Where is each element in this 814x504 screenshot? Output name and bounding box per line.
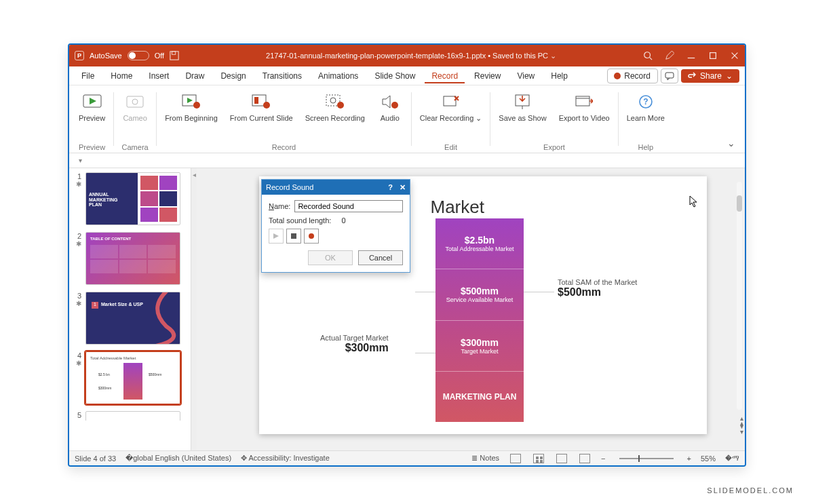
slide-canvas-area[interactable]: Total Addressable Market $2.5bnTotal Add… xyxy=(197,168,745,450)
svg-line-3 xyxy=(650,58,653,60)
menu-review[interactable]: Review xyxy=(467,69,507,83)
ribbon-group-preview: Preview Preview xyxy=(72,85,112,153)
fit-to-window-icon[interactable]: �ማ xyxy=(725,454,739,463)
close-icon[interactable] xyxy=(730,51,739,60)
share-button[interactable]: Share⌄ xyxy=(681,69,739,83)
ribbon-collapse-icon[interactable]: ⌄ xyxy=(720,134,742,153)
svg-marker-33 xyxy=(273,233,279,239)
dialog-close-icon[interactable]: ✕ xyxy=(400,183,406,192)
thumb-4[interactable]: Total Addressable Market $2.5 bn $500mm … xyxy=(85,351,180,404)
menu-bar: File Home Insert Draw Design Transitions… xyxy=(69,66,745,85)
ribbon-group-record: From Beginning From Current Slide Screen… xyxy=(158,85,410,153)
menu-draw[interactable]: Draw xyxy=(178,69,211,83)
app-icon: P xyxy=(75,51,84,60)
ok-button[interactable]: OK xyxy=(308,250,353,265)
watermark: SLIDEMODEL.COM xyxy=(707,486,794,495)
menu-file[interactable]: File xyxy=(75,69,101,83)
save-icon[interactable] xyxy=(170,51,179,60)
svg-rect-1 xyxy=(172,52,176,54)
slide-counter[interactable]: Slide 4 of 33 xyxy=(75,454,116,463)
autosave-toggle[interactable] xyxy=(128,51,149,60)
record-start-button[interactable] xyxy=(304,229,319,244)
length-value: 0 xyxy=(341,216,345,225)
pen-icon[interactable] xyxy=(665,51,674,60)
ribbon-from-beginning[interactable]: From Beginning xyxy=(159,88,223,141)
ribbon-clear-recording[interactable]: Clear Recording ⌄ xyxy=(414,88,488,141)
thumb-row-2[interactable]: 2✱ TABLE OF CONTENT xyxy=(72,232,188,285)
autosave-label: AutoSave xyxy=(90,52,122,60)
play-button[interactable] xyxy=(269,229,284,244)
dialog-titlebar[interactable]: Record Sound ? ✕ xyxy=(262,180,410,195)
menu-slideshow[interactable]: Slide Show xyxy=(368,69,422,83)
name-label: Name: xyxy=(269,202,290,210)
powerpoint-window: P AutoSave Off 21747-01-annual-marketing… xyxy=(68,43,746,467)
stop-button[interactable] xyxy=(286,229,301,244)
thumb-5[interactable] xyxy=(85,411,180,421)
length-label: Total sound length: xyxy=(269,216,331,225)
ribbon-cameo[interactable]: Cameo xyxy=(117,88,153,141)
quick-access-row: ▾ xyxy=(69,153,745,168)
ribbon-save-as-show[interactable]: Save as Show xyxy=(493,88,551,141)
ribbon-audio[interactable]: Audio xyxy=(372,88,408,141)
svg-marker-22 xyxy=(383,96,390,108)
status-bar: Slide 4 of 33 �global English (United St… xyxy=(69,450,745,465)
ribbon-from-current[interactable]: From Current Slide xyxy=(225,88,298,141)
maximize-icon[interactable] xyxy=(708,51,718,60)
cancel-button[interactable]: Cancel xyxy=(358,250,403,265)
dialog-title-text: Record Sound xyxy=(266,183,313,191)
menu-help[interactable]: Help xyxy=(544,69,575,83)
svg-rect-24 xyxy=(444,96,456,106)
thumb-row-1[interactable]: 1✱ ANNUAL MARKETING PLAN xyxy=(72,172,188,225)
view-normal-icon[interactable] xyxy=(510,454,521,463)
svg-rect-5 xyxy=(710,53,716,59)
svg-point-21 xyxy=(337,102,344,109)
sound-name-input[interactable] xyxy=(294,200,403,212)
vertical-scrollbar-thumb[interactable] xyxy=(737,195,742,212)
ribbon-group-camera: Cameo Camera xyxy=(115,85,155,153)
panel-splitter[interactable]: ◂ xyxy=(191,168,197,450)
menu-view[interactable]: View xyxy=(510,69,541,83)
accessibility-indicator[interactable]: ✥ Accessibility: Investigate xyxy=(241,454,330,463)
slide-thumbnails-panel[interactable]: 1✱ ANNUAL MARKETING PLAN 2✱ TABLE OF CON… xyxy=(69,168,191,450)
record-sound-dialog: Record Sound ? ✕ Name: Total sound lengt… xyxy=(261,179,410,273)
ribbon: Preview Preview Cameo Camera From Beginn… xyxy=(69,85,745,153)
zoom-out-icon[interactable]: − xyxy=(601,454,605,463)
minimize-icon[interactable] xyxy=(686,51,696,60)
menu-transitions[interactable]: Transitions xyxy=(256,69,309,83)
menu-animations[interactable]: Animations xyxy=(311,69,365,83)
svg-marker-14 xyxy=(187,98,193,103)
view-sorter-icon[interactable] xyxy=(533,454,544,463)
thumb-2[interactable]: TABLE OF CONTENT xyxy=(85,232,180,285)
svg-text:?: ? xyxy=(643,97,648,106)
ribbon-export-video[interactable]: Export to Video xyxy=(554,88,615,141)
thumb-1[interactable]: ANNUAL MARKETING PLAN xyxy=(85,172,180,225)
svg-marker-10 xyxy=(90,98,96,104)
zoom-in-icon[interactable]: + xyxy=(687,454,691,463)
comments-button[interactable] xyxy=(661,69,678,83)
thumb-row-5[interactable]: 5 xyxy=(72,411,188,421)
ribbon-preview[interactable]: Preview xyxy=(73,88,111,141)
ribbon-group-help: ? Learn More Help xyxy=(620,85,672,153)
view-slideshow-icon[interactable] xyxy=(579,454,590,463)
menu-home[interactable]: Home xyxy=(104,69,139,83)
dialog-help-icon[interactable]: ? xyxy=(388,183,393,192)
notes-toggle[interactable]: ≣ Notes xyxy=(471,454,499,463)
zoom-slider[interactable] xyxy=(619,458,674,459)
search-icon[interactable] xyxy=(643,51,653,60)
slide-nav-arrows[interactable]: ▴⧫▾ xyxy=(740,415,743,435)
menu-design[interactable]: Design xyxy=(214,69,252,83)
thumb-row-4[interactable]: 4✱ Total Addressable Market $2.5 bn $500… xyxy=(72,351,188,404)
ribbon-screen-recording[interactable]: Screen Recording xyxy=(300,88,370,141)
workspace: 1✱ ANNUAL MARKETING PLAN 2✱ TABLE OF CON… xyxy=(69,168,745,450)
svg-point-20 xyxy=(330,98,336,103)
ribbon-learn-more[interactable]: ? Learn More xyxy=(621,88,670,141)
thumb-row-3[interactable]: 3✱ 1 Market Size & USP xyxy=(72,292,188,345)
zoom-percent[interactable]: 55% xyxy=(701,454,716,463)
language-indicator[interactable]: �global English (United States) xyxy=(125,454,231,463)
menu-record[interactable]: Record xyxy=(425,69,465,83)
menu-insert[interactable]: Insert xyxy=(142,69,176,83)
thumb-3[interactable]: 1 Market Size & USP xyxy=(85,292,180,345)
vertical-scrollbar-track[interactable] xyxy=(737,182,742,410)
view-reading-icon[interactable] xyxy=(556,454,567,463)
record-button[interactable]: Record xyxy=(607,69,658,83)
